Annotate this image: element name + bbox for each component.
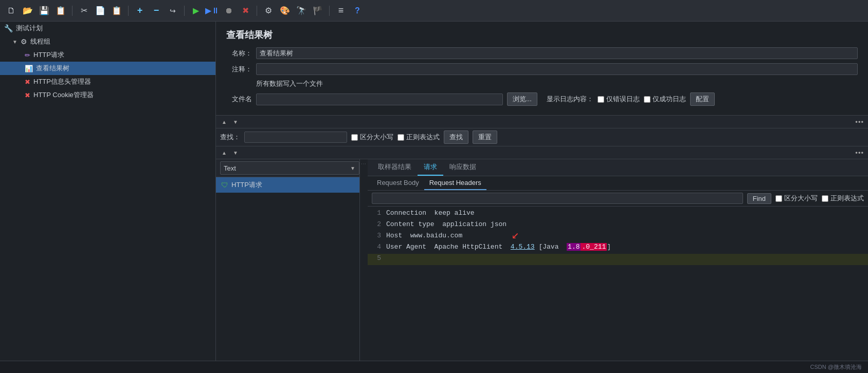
- tab-sampler-result[interactable]: 取样器结果: [372, 159, 418, 176]
- toolbar-cut[interactable]: ✂: [77, 4, 91, 18]
- toolbar-pause[interactable]: ⏺: [222, 4, 236, 18]
- code-area: 1 Connection keep alive 2 Content type a…: [368, 207, 868, 361]
- main-tabs: 取样器结果 请求 响应数据: [368, 159, 868, 176]
- toolbar-paste[interactable]: 📋: [110, 4, 124, 18]
- case-checkbox[interactable]: [351, 134, 358, 141]
- config-button[interactable]: 配置: [690, 92, 715, 106]
- line-num-5: 5: [368, 254, 386, 262]
- regex-checkbox[interactable]: [397, 134, 404, 141]
- http-cookie-icon: ✖: [25, 91, 30, 99]
- tab-response-data[interactable]: 响应数据: [443, 159, 482, 176]
- sub-tab-request-headers[interactable]: Request Headers: [424, 176, 486, 190]
- list-toolbar: Text HTML JSON XML ▼: [216, 159, 359, 177]
- log-content-label: 显示日志内容：: [547, 95, 593, 104]
- tab-request[interactable]: 请求: [418, 159, 443, 176]
- line-content-2: Content type application json: [386, 220, 868, 228]
- sub-tab-request-body[interactable]: Request Body: [372, 176, 424, 190]
- detail-find-button[interactable]: Find: [747, 193, 771, 204]
- sidebar-label-test-plan: 测试计划: [16, 24, 43, 33]
- comment-input[interactable]: [256, 63, 858, 75]
- version-link: 4.5.13: [511, 243, 535, 251]
- toolbar-settings[interactable]: ⚙: [261, 4, 276, 18]
- main-toolbar: 🗋 📂 💾 📋 ✂ 📄 📋 + − ↪ ▶ ▶⏸ ⏺ ✖ ⚙ 🎨 🔭 🏴 ≡ ?: [0, 0, 868, 22]
- sidebar-label-http-header-manager: HTTP信息头管理器: [33, 77, 91, 86]
- sep-3: [184, 6, 185, 16]
- code-line-5: 5: [368, 254, 868, 265]
- sidebar-item-http-request[interactable]: ✏ HTTP请求: [0, 48, 215, 62]
- toolbar-remove[interactable]: −: [149, 4, 164, 18]
- test-plan-icon: 🔧: [4, 24, 13, 32]
- toolbar-add[interactable]: +: [133, 4, 147, 18]
- java-update-highlight: .0_211: [581, 243, 607, 251]
- toolbar-flag[interactable]: 🏴: [311, 4, 325, 18]
- name-row: 名称：: [226, 47, 858, 59]
- sidebar-item-http-cookie-manager[interactable]: ✖ HTTP Cookie管理器: [0, 88, 215, 102]
- toolbar-dots-2[interactable]: •••: [855, 149, 864, 157]
- find-row: Find 区分大小写 正则表达式: [368, 191, 868, 207]
- sidebar-item-thread-group[interactable]: ▼ ⚙ 线程组: [0, 35, 215, 48]
- detail-regex-checkbox[interactable]: [822, 195, 828, 202]
- list-item-http-request[interactable]: 🛡 HTTP请求: [216, 177, 359, 193]
- toolbar-help[interactable]: ?: [350, 4, 365, 18]
- file-name-input[interactable]: [256, 94, 503, 105]
- detail-regex-label: 正则表达式: [830, 194, 864, 203]
- text-format-select[interactable]: Text HTML JSON XML: [220, 161, 359, 175]
- sep-1: [72, 6, 73, 16]
- line-num-3: 3: [368, 232, 386, 239]
- sub-tabs: Request Body Request Headers: [368, 176, 868, 191]
- line-content-1: Connection keep alive: [386, 209, 868, 217]
- toolbar-save[interactable]: 💾: [37, 4, 51, 18]
- toolbar-undo[interactable]: ↪: [166, 4, 180, 18]
- results-tree-icon: 📊: [25, 65, 33, 72]
- list-item-label: HTTP请求: [231, 180, 262, 190]
- toolbar-search[interactable]: 🔭: [294, 4, 309, 18]
- regex-checkbox-item: 正则表达式: [397, 133, 440, 142]
- browse-button[interactable]: 浏览...: [507, 92, 537, 106]
- only-success-label: 仅成功日志: [653, 95, 686, 104]
- only-error-checkbox-item: 仅错误日志: [598, 95, 640, 104]
- toolbar-template[interactable]: 🎨: [278, 4, 292, 18]
- second-toolbar: ▲ ▼ •••: [216, 146, 868, 159]
- case-checkbox-item: 区分大小写: [351, 133, 393, 142]
- list-panel: Text HTML JSON XML ▼ 🛡 HTTP请求: [216, 159, 360, 361]
- detail-case-checkbox[interactable]: [775, 195, 782, 202]
- only-error-label: 仅错误日志: [606, 95, 640, 104]
- up-arrow-btn[interactable]: ▲: [220, 118, 228, 126]
- sidebar-item-http-header-manager[interactable]: ✖ HTTP信息头管理器: [0, 75, 215, 88]
- only-error-checkbox[interactable]: [598, 96, 604, 103]
- search-label: 查找：: [220, 133, 240, 142]
- http-header-icon: ✖: [25, 78, 30, 86]
- toolbar-new[interactable]: 🗋: [4, 4, 19, 18]
- toolbar-save-all[interactable]: 📋: [53, 4, 68, 18]
- down-arrow-btn-2[interactable]: ▼: [231, 148, 240, 157]
- toolbar-run-stop[interactable]: ▶⏸: [205, 4, 220, 18]
- toolbar-list[interactable]: ≡: [334, 4, 348, 18]
- http-request-icon: ✏: [25, 51, 30, 59]
- detail-find-input[interactable]: [372, 193, 743, 204]
- down-arrow-btn[interactable]: ▼: [231, 118, 240, 126]
- search-input[interactable]: [244, 132, 347, 143]
- sidebar-item-view-results-tree[interactable]: 📊 查看结果树: [0, 62, 215, 75]
- file-name-label: 文件名: [226, 95, 252, 104]
- search-row: 查找： 区分大小写 正则表达式 查找 重置: [216, 128, 868, 146]
- name-input[interactable]: [256, 47, 858, 59]
- only-success-checkbox[interactable]: [644, 96, 650, 103]
- toolbar-open[interactable]: 📂: [21, 4, 35, 18]
- divider-handle[interactable]: ⋮: [360, 159, 368, 361]
- toolbar-stop[interactable]: ✖: [238, 4, 252, 18]
- sidebar-item-test-plan[interactable]: 🔧 测试计划: [0, 22, 215, 35]
- toolbar-copy[interactable]: 📄: [93, 4, 107, 18]
- comment-row: 注释：: [226, 63, 858, 75]
- thread-group-icon: ⚙: [21, 38, 27, 46]
- sidebar-label-view-results-tree: 查看结果树: [36, 64, 69, 73]
- reset-button[interactable]: 重置: [473, 130, 497, 144]
- comment-label: 注释：: [226, 65, 252, 74]
- line-num-4: 4: [368, 243, 386, 251]
- toolbar-dots[interactable]: •••: [855, 118, 864, 126]
- up-arrow-btn-2[interactable]: ▲: [220, 148, 228, 157]
- list-items: 🛡 HTTP请求: [216, 177, 359, 361]
- find-button[interactable]: 查找: [444, 130, 468, 144]
- toolbar-run[interactable]: ▶: [189, 4, 203, 18]
- sidebar: 🔧 测试计划 ▼ ⚙ 线程组 ✏ HTTP请求 📊 查看结果树 ✖ HTTP信息…: [0, 22, 216, 361]
- bottom-bar: CSDN @微木填沧海: [0, 361, 868, 373]
